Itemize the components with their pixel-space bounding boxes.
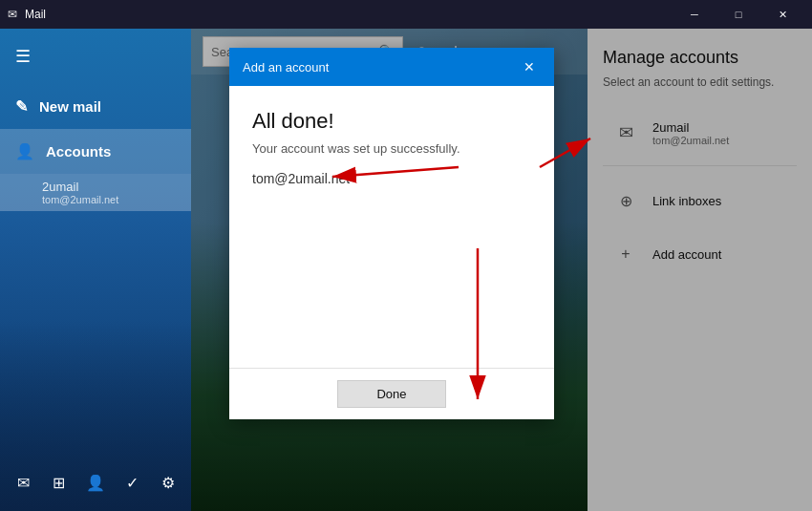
modal-spacer <box>252 205 531 349</box>
mail-bottom-btn[interactable]: ✉ <box>8 466 39 500</box>
done-button[interactable]: Done <box>337 380 445 408</box>
add-account-modal: Add an account ✕ All done! Your account … <box>229 48 554 419</box>
titlebar: ✉ Mail ─ □ ✕ <box>0 0 812 29</box>
modal-email: tom@2umail.net <box>252 171 531 186</box>
sidebar-account-name: 2umail <box>42 180 176 194</box>
modal-title: Add an account <box>243 60 329 75</box>
modal-footer: Done <box>229 368 554 419</box>
main-container: ☰ ✎ New mail 👤 Accounts 2umail tom@2umai… <box>0 29 812 511</box>
todo-bottom-btn[interactable]: ✓ <box>117 466 148 500</box>
sidebar-bottom: ✉ ⊞ 👤 ✓ ⚙ <box>0 455 191 511</box>
settings-bottom-btn[interactable]: ⚙ <box>152 466 183 500</box>
titlebar-controls: ─ □ ✕ <box>673 0 804 29</box>
people-bottom-btn[interactable]: 👤 <box>78 466 113 500</box>
sidebar-account-email: tom@2umail.net <box>42 194 176 205</box>
minimize-button[interactable]: ─ <box>673 0 716 29</box>
content-area: 🔍 ⟳ ⋮ Manage accounts Select an account … <box>191 29 812 511</box>
sidebar-spacer <box>0 211 191 455</box>
close-button[interactable]: ✕ <box>760 0 804 29</box>
modal-overlay: Add an account ✕ All done! Your account … <box>191 29 812 511</box>
sidebar: ☰ ✎ New mail 👤 Accounts 2umail tom@2umai… <box>0 29 191 511</box>
sidebar-item-new-mail[interactable]: ✎ New mail <box>0 84 191 129</box>
modal-success-title: All done! <box>252 109 531 134</box>
sidebar-account-item[interactable]: 2umail tom@2umail.net <box>0 174 191 211</box>
titlebar-left: ✉ Mail <box>8 8 46 21</box>
accounts-icon: 👤 <box>15 142 34 160</box>
hamburger-button[interactable]: ☰ <box>0 29 191 84</box>
maximize-button[interactable]: □ <box>716 0 760 29</box>
calendar-bottom-btn[interactable]: ⊞ <box>43 466 75 500</box>
app-icon: ✉ <box>8 8 17 21</box>
modal-success-sub: Your account was set up successfully. <box>252 141 531 156</box>
sidebar-item-accounts[interactable]: 👤 Accounts <box>0 129 191 174</box>
modal-body: All done! Your account was set up succes… <box>229 86 554 368</box>
new-mail-icon: ✎ <box>15 97 28 116</box>
sidebar-content: ☰ ✎ New mail 👤 Accounts 2umail tom@2umai… <box>0 29 191 511</box>
new-mail-label: New mail <box>39 98 101 115</box>
accounts-label: Accounts <box>46 143 111 160</box>
app-title: Mail <box>25 8 46 21</box>
modal-close-button[interactable]: ✕ <box>518 57 541 76</box>
modal-header: Add an account ✕ <box>229 48 554 86</box>
